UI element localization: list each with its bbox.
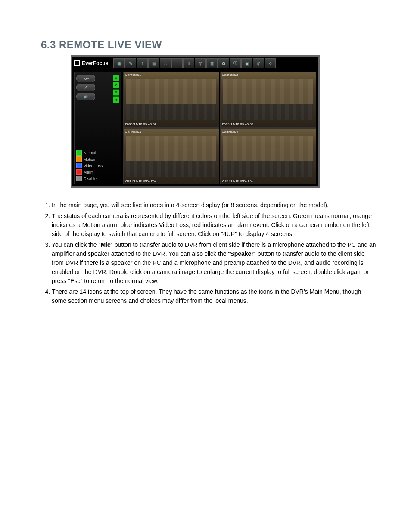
sidebar: 4UP 🎤 🔊 1234 NormalMotionVideo LossAlarm…: [74, 72, 121, 184]
legend-label: Disable: [84, 177, 97, 181]
camera-name: Camera03: [125, 130, 141, 134]
dvr-screenshot: EverFocus ▦✎⤵▤⌂—⫴◎▥✿ⓘ▣◎✧ 4UP 🎤 🔊 1234 No…: [71, 55, 377, 188]
legend-row: Normal: [76, 150, 119, 156]
instruction-item: There are 14 icons at the top of screen.…: [52, 287, 377, 305]
camera-number-button[interactable]: 1: [113, 75, 119, 81]
legend-swatch: [76, 169, 82, 175]
four-up-button[interactable]: 4UP: [76, 75, 95, 82]
legend-swatch: [76, 176, 82, 181]
toolbar-icon[interactable]: ✧: [265, 58, 276, 68]
toolbar-icon[interactable]: ⫴: [183, 58, 194, 68]
toolbar-icons: ▦✎⤵▤⌂—⫴◎▥✿ⓘ▣◎✧: [113, 58, 276, 68]
camera-tile[interactable]: Camera042009/11/18 09:49:52: [220, 128, 316, 184]
camera-timestamp: 2009/11/18 09:49:52: [125, 122, 156, 126]
legend-label: Motion: [84, 157, 95, 162]
mic-term: Mic: [100, 241, 110, 248]
camera-tile[interactable]: Camera032009/11/18 09:49:52: [123, 128, 219, 184]
camera-name: Camera02: [222, 73, 238, 77]
dvr-window: EverFocus ▦✎⤵▤⌂—⫴◎▥✿ⓘ▣◎✧ 4UP 🎤 🔊 1234 No…: [71, 55, 320, 188]
toolbar-icon[interactable]: ⓘ: [230, 58, 241, 68]
brand: EverFocus: [74, 60, 108, 66]
legend-swatch: [76, 156, 82, 162]
legend-label: Normal: [84, 151, 96, 155]
toolbar-icon[interactable]: ◎: [253, 58, 264, 68]
speaker-button[interactable]: 🔊: [76, 93, 95, 100]
section-heading: 6.3 REMOTE LIVE VIEW: [41, 39, 377, 51]
brand-logo-icon: [74, 60, 80, 66]
camera-name: Camera01: [125, 73, 141, 77]
legend-label: Video Loss: [84, 164, 103, 168]
instruction-item: You can click the "Mic" button to transf…: [52, 240, 377, 286]
camera-timestamp: 2009/11/18 09:49:52: [125, 179, 156, 183]
instruction-list: In the main page, you will see live imag…: [34, 201, 377, 305]
legend-row: Disable: [76, 176, 119, 181]
camera-number-list: 1234: [113, 75, 119, 103]
toolbar-icon[interactable]: ✿: [218, 58, 229, 68]
camera-name: Camera04: [222, 130, 238, 134]
camera-tile[interactable]: Camera022009/11/18 09:49:52: [220, 72, 316, 128]
page-footer-rule: [199, 383, 212, 383]
dvr-toolbar: EverFocus ▦✎⤵▤⌂—⫴◎▥✿ⓘ▣◎✧: [72, 57, 318, 70]
legend-swatch: [76, 163, 82, 168]
legend-swatch: [76, 150, 82, 156]
camera-grid: Camera012009/11/18 09:49:52Camera022009/…: [123, 70, 318, 186]
brand-text: EverFocus: [82, 60, 108, 66]
legend-row: Motion: [76, 156, 119, 162]
camera-tile[interactable]: Camera012009/11/18 09:49:52: [123, 72, 219, 128]
camera-number-button[interactable]: 4: [113, 96, 119, 103]
instruction-item: The status of each camera is represented…: [52, 212, 377, 239]
toolbar-icon[interactable]: —: [171, 58, 183, 68]
camera-timestamp: 2009/11/18 09:49:52: [222, 122, 253, 126]
text: You can click the ": [52, 241, 100, 248]
toolbar-icon[interactable]: ⤵: [137, 58, 148, 68]
mic-button[interactable]: 🎤: [76, 84, 95, 91]
toolbar-icon[interactable]: ▥: [206, 58, 218, 68]
status-legend: NormalMotionVideo LossAlarmDisable: [76, 150, 119, 181]
toolbar-icon[interactable]: ✎: [125, 58, 136, 68]
toolbar-icon[interactable]: ◎: [195, 58, 206, 68]
instruction-item: In the main page, you will see live imag…: [52, 201, 377, 210]
camera-number-button[interactable]: 3: [113, 89, 119, 96]
camera-timestamp: 2009/11/18 09:49:52: [222, 179, 253, 183]
legend-row: Alarm: [76, 169, 119, 175]
toolbar-icon[interactable]: ⌂: [160, 58, 171, 68]
legend-label: Alarm: [84, 170, 94, 174]
legend-row: Video Loss: [76, 163, 119, 168]
camera-number-button[interactable]: 2: [113, 82, 119, 88]
toolbar-icon[interactable]: ▣: [241, 58, 252, 68]
toolbar-icon[interactable]: ▦: [113, 58, 125, 68]
speaker-term: Speaker: [230, 250, 253, 257]
toolbar-icon[interactable]: ▤: [148, 58, 159, 68]
